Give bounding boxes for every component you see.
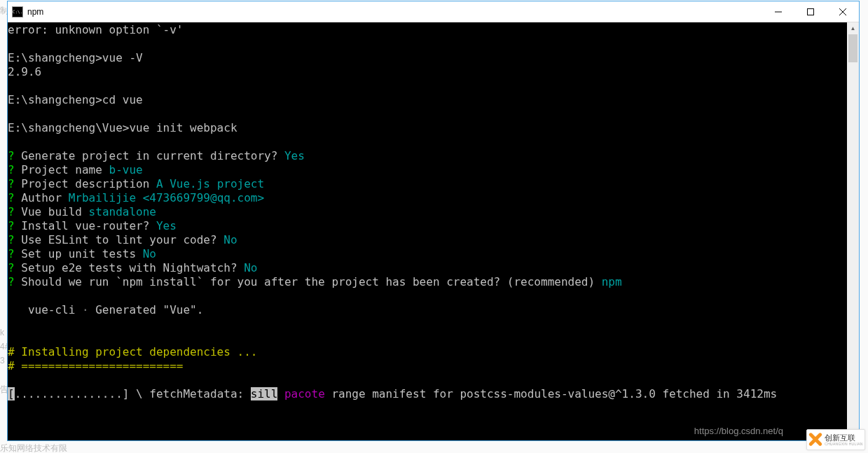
window-title: npm xyxy=(27,7,762,17)
bg-fragment: 乐知网络技术有限 xyxy=(0,442,67,453)
terminal-line xyxy=(8,107,859,121)
terminal-line xyxy=(8,37,859,51)
terminal-line: ? Install vue-router? Yes xyxy=(8,219,859,233)
terminal-line xyxy=(8,317,859,331)
terminal-line: 2.9.6 xyxy=(8,65,859,79)
terminal-line: # Installing project dependencies ... xyxy=(8,345,859,359)
scrollbar-up-icon[interactable]: ▲ xyxy=(847,22,859,34)
terminal-line: E:\shangcheng>vue -V xyxy=(8,51,859,65)
terminal-body[interactable]: error: unknown option `-v' E:\shangcheng… xyxy=(8,22,859,440)
terminal-line xyxy=(8,79,859,93)
window-controls xyxy=(762,1,859,22)
terminal-line: ? Setup e2e tests with Nightwatch? No xyxy=(8,261,859,275)
vertical-scrollbar[interactable]: ▲ ▼ xyxy=(847,22,859,440)
svg-rect-1 xyxy=(808,8,814,15)
logo-text: 创新互联 xyxy=(825,434,863,442)
maximize-icon xyxy=(807,8,814,15)
minimize-button[interactable] xyxy=(762,1,794,22)
close-button[interactable] xyxy=(827,1,859,22)
bg-fragment: 3 xyxy=(0,356,5,365)
terminal-line: vue-cli · Generated "Vue". xyxy=(8,303,859,317)
terminal-window: C:\. npm error: unknown option `-v' E:\s… xyxy=(7,1,860,441)
terminal-line: ? Use ESLint to lint your code? No xyxy=(8,233,859,247)
terminal-line: ? Set up unit tests No xyxy=(8,247,859,261)
minimize-icon xyxy=(775,8,782,15)
terminal-line: ? Should we run `npm install` for you af… xyxy=(8,275,859,289)
watermark-url: https://blog.csdn.net/q xyxy=(694,426,783,436)
terminal-line: error: unknown option `-v' xyxy=(8,23,859,37)
terminal-line: ? Vue build standalone xyxy=(8,205,859,219)
terminal-line: E:\shangcheng>cd vue xyxy=(8,93,859,107)
logo-subtext: CHUANGXIN HULIAN xyxy=(825,442,863,446)
terminal-line: # ======================== xyxy=(8,359,859,373)
close-icon xyxy=(839,8,846,15)
terminal-line xyxy=(8,373,859,387)
scrollbar-thumb[interactable] xyxy=(848,34,857,62)
terminal-line xyxy=(8,135,859,149)
terminal-line xyxy=(8,289,859,303)
terminal-line: [................] \ fetchMetadata: sill… xyxy=(8,387,859,401)
terminal-output: error: unknown option `-v' E:\shangcheng… xyxy=(8,22,859,401)
terminal-line: ? Author Mrbailijie <473669799@qq.com> xyxy=(8,191,859,205)
window-titlebar[interactable]: C:\. npm xyxy=(8,1,859,22)
logo-x-icon xyxy=(808,433,822,447)
terminal-line: ? Project name b-vue xyxy=(8,163,859,177)
terminal-line: ? Project description A Vue.js project xyxy=(8,177,859,191)
brand-logo-badge: 创新互联 CHUANGXIN HULIAN xyxy=(806,429,865,450)
terminal-line: E:\shangcheng\Vue>vue init webpack xyxy=(8,121,859,135)
terminal-line xyxy=(8,331,859,345)
bg-fragment: k xyxy=(0,328,4,337)
terminal-line: ? Generate project in current directory?… xyxy=(8,149,859,163)
cmd-icon: C:\. xyxy=(12,6,23,18)
maximize-button[interactable] xyxy=(794,1,827,22)
